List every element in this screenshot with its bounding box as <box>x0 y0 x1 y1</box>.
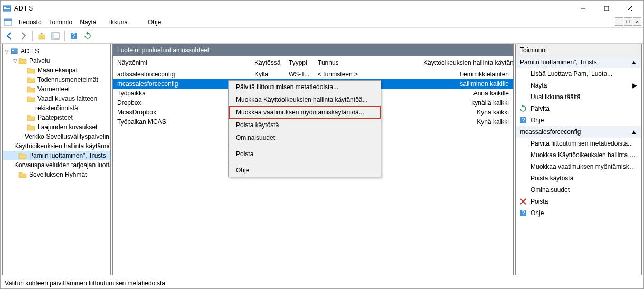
actions-pane: Toiminnot Pamiin luottaminen", Trusts ▲ … <box>515 44 642 275</box>
mmc-icon <box>4 18 12 26</box>
close-button[interactable] <box>618 1 641 16</box>
tree-item-label: Käyttöoikeuksien hallinta käytännöt <box>14 142 111 150</box>
svg-text:?: ? <box>522 209 525 217</box>
tree-toggle-icon[interactable]: ▽ <box>4 49 10 54</box>
tree-item[interactable]: rekisteröinnistä <box>3 103 110 113</box>
tree-item[interactable]: Vaadi kuvaus laitteen <box>3 94 110 103</box>
action-link-label: Päivitä <box>531 105 550 112</box>
tree-item[interactable]: Pamiin luottaminen", Trusts <box>3 151 110 160</box>
action-link[interactable]: Ominaisuudet <box>516 184 641 196</box>
svg-text:?: ? <box>72 32 76 40</box>
tree-item[interactable]: Korvauspalveluiden tarjoajan luottamus <box>3 160 110 170</box>
context-menu-separator <box>229 162 380 162</box>
tree-item[interactable]: Sovelluksen Ryhmät <box>3 170 110 179</box>
tree-item-label: Päätepisteet <box>37 114 73 121</box>
tree-item-label: AD FS <box>21 47 39 55</box>
col-header-access[interactable]: Käyttöoikeuksien hallinta käytäntö <box>419 58 513 68</box>
col-header-type[interactable]: Tyyppi <box>285 58 314 68</box>
content-header: Luotetut puolueluottamussuhteet <box>113 44 513 56</box>
mdi-close-button[interactable]: × <box>633 17 641 26</box>
svg-rect-2 <box>4 8 10 9</box>
context-menu-item[interactable]: Muokkaa Käyttöoikeuksien hallinta käytän… <box>229 93 381 106</box>
action-link[interactable]: Muokkaa vaatimuksen myöntämiskäytäntöä..… <box>516 161 641 172</box>
minimize-button[interactable] <box>572 1 595 16</box>
tree-item[interactable]: Määritekaupat <box>3 65 110 75</box>
action-link[interactable]: Poista käytöstä <box>516 172 641 184</box>
tree-item[interactable]: ▽ AD FS <box>3 46 110 56</box>
tree-item[interactable]: Varmenteet <box>3 84 110 94</box>
action-link-label: Lisää Luottava Pam,' Luota... <box>531 70 612 78</box>
toolbar: ? <box>1 28 643 44</box>
svg-rect-4 <box>604 6 609 11</box>
tree-item[interactable]: ▽ Palvelu <box>3 56 110 65</box>
forward-button[interactable] <box>17 30 29 42</box>
up-button[interactable] <box>36 30 48 42</box>
back-button[interactable] <box>4 30 15 42</box>
menu-toiminto[interactable]: Toiminto <box>46 17 76 27</box>
action-link[interactable]: Uusi ikkuna täältä <box>516 91 641 103</box>
tree-item-label: Määritekaupat <box>37 66 78 74</box>
tree-item-label: Varmenteet <box>37 85 70 93</box>
context-menu-item[interactable]: Poista käytöstä <box>229 119 381 131</box>
action-link-label: Ohje <box>531 209 544 217</box>
maximize-button[interactable] <box>595 1 618 16</box>
action-link-label: Muokkaa Käyttöoikeuksien hallinta käytän… <box>531 151 641 159</box>
context-menu-item[interactable]: Ominaisuudet <box>229 131 381 144</box>
mdi-minimize-button[interactable]: – <box>615 17 623 26</box>
menu-ikkuna[interactable]: Ikkuna <box>106 17 131 27</box>
action-link-label: Näytä <box>531 82 547 89</box>
action-link-label: Muokkaa vaatimuksen myöntämiskäytäntöä..… <box>531 163 641 170</box>
tree-item-label: Laajuuden kuvaukset <box>37 123 97 131</box>
action-link[interactable]: Näytä▶ <box>516 80 641 91</box>
context-menu-item[interactable]: Muokkaa vaatimuksen myöntämiskäytäntöä..… <box>229 106 381 119</box>
action-link[interactable]: ?Ohje <box>516 114 641 126</box>
context-menu[interactable]: Päivitä liittoutumisen metatiedoista...M… <box>228 80 381 177</box>
mdi-restore-button[interactable]: ❐ <box>624 17 632 26</box>
action-group-2-title: mcassalesforceconfig <box>520 128 581 136</box>
tree-item[interactable]: Verkko-Sovellusvälityspalvelin <box>3 132 110 141</box>
context-menu-item[interactable]: Poista <box>229 148 381 160</box>
list-header: Näyttönimi Käytössä Tyyppi Tunnus Käyttö… <box>113 56 513 70</box>
action-link-label: Ominaisuudet <box>531 186 570 194</box>
action-group-2-header[interactable]: mcassalesforceconfig ▲ <box>516 126 641 138</box>
context-menu-item[interactable]: Ohje <box>229 164 381 177</box>
context-menu-item[interactable]: Päivitä liittoutumisen metatiedoista... <box>229 81 381 93</box>
tree-item-label: Palvelu <box>29 57 50 64</box>
col-header-id[interactable]: Tunnus <box>314 58 419 68</box>
action-link[interactable]: Päivitä <box>516 103 641 114</box>
tree-toggle-icon[interactable]: ▽ <box>12 58 18 64</box>
refresh-button[interactable] <box>82 30 93 42</box>
action-group-1-header[interactable]: Pamiin luottaminen", Trusts ▲ <box>516 56 641 68</box>
col-header-name[interactable]: Näyttönimi <box>113 58 250 68</box>
list-row[interactable]: adfssalesforceconfigKylläWS-T...< tunnis… <box>113 70 513 79</box>
action-group-1-title: Pamiin luottaminen", Trusts <box>520 59 597 66</box>
menu-ohje[interactable]: Ohje <box>145 17 164 27</box>
tree-item-label: Sovelluksen Ryhmät <box>29 171 87 178</box>
tree-item[interactable]: Todennusmenetelmät <box>3 75 110 84</box>
action-link[interactable]: ?Ohje <box>516 207 641 219</box>
svg-rect-1 <box>4 7 6 8</box>
col-header-enabled[interactable]: Käytössä <box>250 58 285 68</box>
action-link[interactable]: Lisää Luottava Pam,' Luota... <box>516 68 641 80</box>
svg-rect-15 <box>12 50 14 51</box>
tree-item-label: Todennusmenetelmät <box>37 76 98 83</box>
action-link[interactable]: Poista <box>516 196 641 207</box>
action-link[interactable]: Muokkaa Käyttöoikeuksien hallinta käytän… <box>516 149 641 161</box>
tree-item-label: Vaadi kuvaus laitteen <box>37 95 97 102</box>
tree-item[interactable]: Päätepisteet <box>3 113 110 122</box>
svg-text:?: ? <box>522 117 525 124</box>
action-link-label: Uusi ikkuna täältä <box>531 93 581 101</box>
action-link-label: Päivitä liittoutumisen metatiedoista... <box>531 140 633 147</box>
action-link-label: Poista <box>531 198 548 205</box>
menu-tiedosto[interactable]: Tiedosto <box>14 17 45 27</box>
status-text: Valitun kohteen päivittäminen liittoutum… <box>5 280 165 287</box>
help-button[interactable]: ? <box>68 30 80 42</box>
action-link[interactable]: Päivitä liittoutumisen metatiedoista... <box>516 138 641 149</box>
tree-item[interactable]: Käyttöoikeuksien hallinta käytännöt <box>3 141 110 151</box>
menu-näytä[interactable]: Näytä <box>77 17 99 27</box>
show-hide-tree-button[interactable] <box>50 30 61 42</box>
tree-item[interactable]: Laajuuden kuvaukset <box>3 122 110 132</box>
tree-pane[interactable]: ▽ AD FS ▽ Palvelu Määritekaupat Todennus… <box>2 44 111 275</box>
menubar: TiedostoToimintoNäytäIkkunaOhje – ❐ × <box>1 16 643 28</box>
collapse-icon: ▲ <box>631 128 637 136</box>
